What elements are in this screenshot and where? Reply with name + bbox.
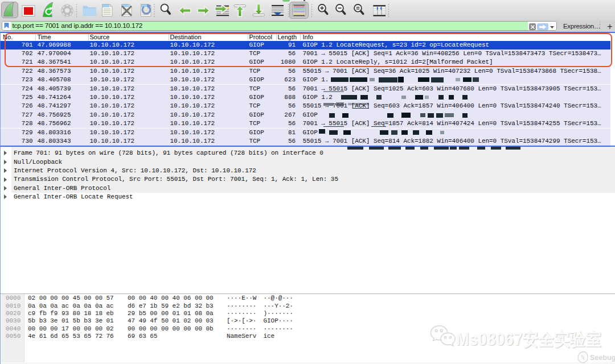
svg-text:Seebug: Seebug <box>590 354 615 362</box>
